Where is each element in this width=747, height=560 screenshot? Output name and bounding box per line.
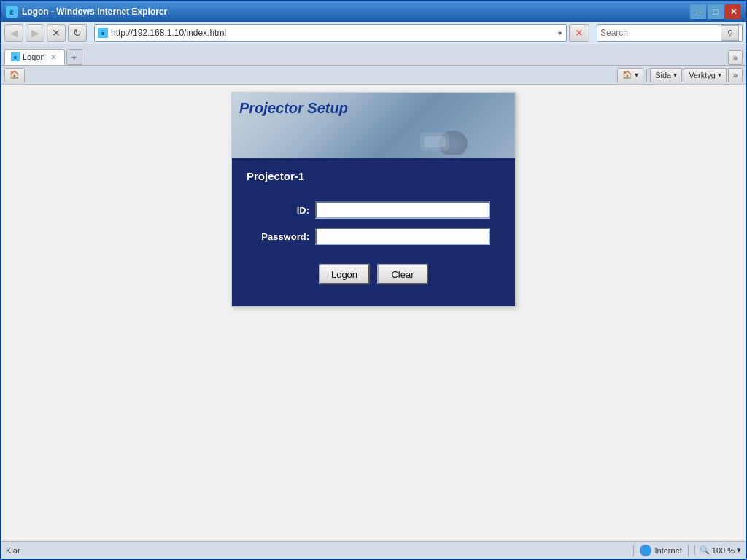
status-text: Klar — [6, 546, 627, 555]
tools-button[interactable]: Verktyg ▾ — [684, 68, 727, 82]
window-icon: e — [6, 6, 18, 18]
page-button[interactable]: Sida ▾ — [650, 68, 682, 82]
tab-close-button[interactable]: ✕ — [48, 52, 58, 62]
tools-label: Verktyg — [689, 71, 716, 79]
tab-logon[interactable]: e Logon ✕ — [4, 49, 65, 65]
zoom-label: 100 % — [712, 546, 735, 555]
projector-setup-title: Projector Setup — [239, 100, 348, 117]
projector-header: Projector Setup — [232, 93, 515, 158]
extras-toolbar-button[interactable]: » — [728, 68, 743, 82]
page-dropdown-arrow[interactable]: ▾ — [673, 71, 677, 79]
address-input[interactable] — [111, 28, 554, 38]
toolbar-separator-1 — [28, 69, 28, 82]
button-row: Logon Clear — [247, 261, 500, 284]
navigation-bar: ◀ ▶ ✕ ↻ e ▾ ✕ ⚲ — [1, 22, 746, 44]
home-toolbar-button[interactable]: 🏠 ▾ — [617, 68, 643, 82]
extras-button[interactable]: » — [728, 50, 743, 65]
tab-favicon: e — [11, 52, 20, 61]
go-button[interactable]: ✕ — [569, 24, 589, 42]
id-row: ID: — [247, 197, 500, 223]
browser-chrome: ◀ ▶ ✕ ↻ e ▾ ✕ ⚲ e Logon ✕ + — [1, 22, 746, 85]
status-separator-2 — [688, 545, 689, 556]
address-dropdown-arrow[interactable]: ▾ — [557, 29, 563, 37]
home-dropdown[interactable]: ▾ — [635, 71, 638, 79]
page-label: Sida — [655, 71, 671, 79]
password-input[interactable] — [315, 228, 490, 245]
clear-button[interactable]: Clear — [377, 264, 428, 284]
search-input[interactable] — [600, 28, 719, 38]
page-content: Projector Setup Projector-1 ID: — [1, 85, 746, 541]
tools-dropdown-arrow[interactable]: ▾ — [718, 71, 721, 79]
status-zone: 🌐 Internet — [640, 545, 681, 556]
home-button[interactable]: 🏠 — [4, 68, 25, 82]
internet-zone-icon: 🌐 — [640, 545, 651, 556]
stop-button[interactable]: ✕ — [47, 24, 66, 42]
refresh-button[interactable]: ↻ — [68, 24, 87, 42]
tab-title: Logon — [23, 52, 45, 61]
close-button[interactable]: ✕ — [725, 4, 741, 19]
projector-illustration — [413, 111, 471, 155]
search-go-button[interactable]: ⚲ — [721, 25, 739, 41]
home-toolbar-icon: 🏠 — [622, 70, 632, 79]
address-bar[interactable]: e ▾ — [94, 24, 567, 42]
id-label: ID: — [247, 197, 312, 223]
new-tab-button[interactable]: + — [66, 49, 82, 65]
window-controls: ─ □ ✕ — [690, 4, 741, 19]
minimize-button[interactable]: ─ — [690, 4, 706, 19]
zoom-icon: 🔍 — [700, 545, 710, 555]
back-button[interactable]: ◀ — [4, 24, 23, 42]
status-zoom: 🔍 100 % ▾ — [694, 545, 741, 555]
id-input-cell — [312, 197, 500, 223]
toolbar-row: 🏠 🏠 ▾ Sida ▾ Verktyg ▾ » — [1, 65, 746, 84]
status-bar: Klar 🌐 Internet 🔍 100 % ▾ — [1, 541, 746, 559]
address-favicon: e — [98, 28, 108, 38]
forward-button[interactable]: ▶ — [26, 24, 44, 42]
projector-panel: Projector Setup Projector-1 ID: — [231, 92, 516, 307]
window-title: Logon - Windows Internet Explorer — [22, 7, 167, 17]
toolbar-separator-2 — [646, 69, 647, 82]
projector-login-body: Projector-1 ID: Password: — [232, 158, 515, 306]
zoom-dropdown[interactable]: ▾ — [737, 545, 741, 555]
projector-device-name: Projector-1 — [247, 170, 500, 182]
password-row: Password: — [247, 223, 500, 249]
logon-button[interactable]: Logon — [319, 264, 370, 284]
zone-label: Internet — [654, 546, 681, 555]
status-separator-1 — [633, 545, 634, 556]
id-input[interactable] — [315, 201, 490, 219]
login-form-table: ID: Password: — [247, 197, 500, 249]
password-label: Password: — [247, 223, 312, 249]
tabs-bar: e Logon ✕ + » — [1, 44, 746, 65]
title-bar: e Logon - Windows Internet Explorer ─ □ … — [1, 1, 746, 22]
maximize-button[interactable]: □ — [708, 4, 724, 19]
search-bar[interactable]: ⚲ — [597, 24, 743, 42]
svg-rect-4 — [424, 136, 446, 147]
home-icon: 🏠 — [9, 70, 20, 79]
password-input-cell — [312, 223, 500, 249]
